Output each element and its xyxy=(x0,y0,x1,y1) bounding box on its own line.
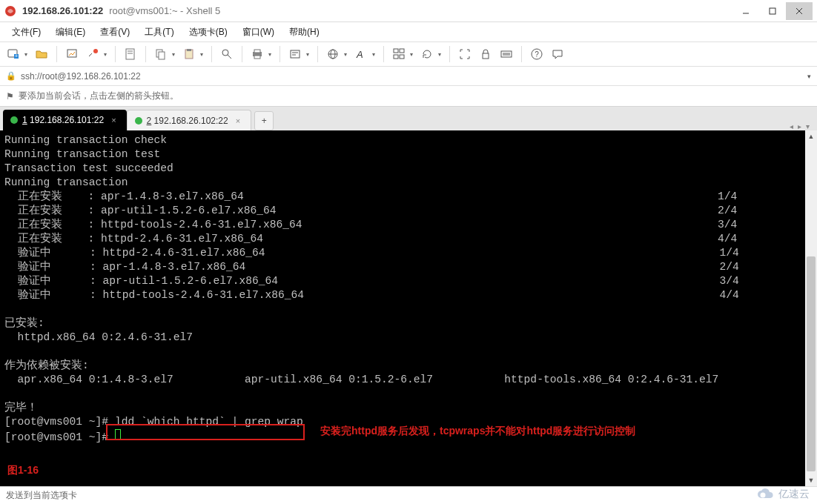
svg-text:A: A xyxy=(356,49,363,60)
font-button[interactable]: A▾ xyxy=(352,45,370,63)
globe-button[interactable]: ▾ xyxy=(324,45,342,63)
compose-bar[interactable]: 发送到当前选项卡 xyxy=(0,486,817,504)
svg-rect-33 xyxy=(483,53,489,59)
tab-session-101[interactable]: 1 192.168.26.101:22 × xyxy=(3,110,127,130)
tab-num: 2 xyxy=(147,116,152,126)
scroll-up-button[interactable]: ▲ xyxy=(805,130,817,142)
svg-rect-32 xyxy=(400,55,404,59)
refresh-button[interactable]: ▾ xyxy=(418,45,436,63)
menu-edit[interactable]: 编辑(E) xyxy=(50,24,91,40)
terminal-area[interactable]: Running transaction check Running transa… xyxy=(0,130,817,486)
properties-button[interactable] xyxy=(122,45,139,63)
hint-bar: ⚑ 要添加当前会话，点击左侧的箭头按钮。 xyxy=(0,86,817,107)
annotation-text: 安装完httpd服务后发现，tcpwraps并不能对httpd服务进行访问控制 xyxy=(320,425,635,438)
help-button[interactable]: ? xyxy=(528,45,546,63)
svg-rect-21 xyxy=(254,56,260,59)
svg-line-18 xyxy=(228,55,231,59)
scroll-down-button[interactable]: ▼ xyxy=(805,474,817,486)
watermark: 亿速云 xyxy=(756,488,810,501)
svg-rect-14 xyxy=(159,52,165,59)
figure-label: 图1-16 xyxy=(7,464,39,477)
search-button[interactable] xyxy=(218,45,236,63)
menu-help[interactable]: 帮助(H) xyxy=(283,24,325,40)
menu-tools[interactable]: 工具(T) xyxy=(139,24,179,40)
menu-window[interactable]: 窗口(W) xyxy=(236,24,280,40)
menu-tabs[interactable]: 选项卡(B) xyxy=(183,24,234,40)
window-maximize-button[interactable] xyxy=(759,2,786,20)
lock-button[interactable] xyxy=(477,45,494,63)
broadcast-button[interactable]: ▾ xyxy=(390,45,408,63)
toolbar: +▾ ▾ ▾ ▾ ▾ ▾ ▾ A▾ ▾ ▾ ? xyxy=(0,42,817,67)
address-url: ssh://root@192.168.26.101:22 xyxy=(21,71,141,82)
new-session-button[interactable]: +▾ xyxy=(4,45,22,63)
tab-prev-button[interactable]: ◂ xyxy=(790,122,793,130)
chat-button[interactable] xyxy=(549,45,566,63)
lock-icon: 🔒 xyxy=(6,71,16,81)
window-close-button[interactable] xyxy=(786,2,813,20)
window-minimize-button[interactable] xyxy=(732,2,759,20)
flag-icon: ⚑ xyxy=(6,91,14,102)
open-button[interactable] xyxy=(33,45,50,63)
connect-button[interactable] xyxy=(63,45,81,63)
menu-view[interactable]: 查看(V) xyxy=(94,24,136,40)
svg-point-9 xyxy=(93,49,98,53)
command-highlight xyxy=(106,424,305,440)
window-title-main: 192.168.26.101:22 xyxy=(22,5,103,16)
status-dot-icon xyxy=(135,117,142,125)
terminal-scrollbar[interactable]: ▲ ▼ xyxy=(805,130,817,486)
tab-close-button[interactable]: × xyxy=(111,116,116,125)
hint-text: 要添加当前会话，点击左侧的箭头按钮。 xyxy=(19,90,179,102)
svg-point-39 xyxy=(761,493,766,498)
script-button[interactable]: ▾ xyxy=(286,45,304,63)
tab-label: 192.168.26.102:22 xyxy=(154,116,228,126)
svg-rect-8 xyxy=(67,50,76,57)
tab-num: 1 xyxy=(22,115,27,125)
svg-rect-29 xyxy=(394,49,398,53)
svg-rect-30 xyxy=(400,49,404,53)
svg-point-17 xyxy=(222,50,228,56)
menu-bar: 文件(F) 编辑(E) 查看(V) 工具(T) 选项卡(B) 窗口(W) 帮助(… xyxy=(0,22,817,42)
tab-next-button[interactable]: ▸ xyxy=(798,122,801,130)
scroll-thumb[interactable] xyxy=(807,256,816,471)
status-dot-icon xyxy=(10,116,18,124)
svg-rect-16 xyxy=(187,49,191,51)
window-titlebar: 192.168.26.101:22 root@vms001:~ - Xshell… xyxy=(0,0,817,22)
svg-rect-2 xyxy=(770,8,775,14)
app-icon xyxy=(4,5,16,17)
tab-strip: 1 192.168.26.101:22 × 2 192.168.26.102:2… xyxy=(0,107,817,130)
svg-rect-10 xyxy=(126,49,134,59)
print-button[interactable]: ▾ xyxy=(248,45,266,63)
window-title-sub: root@vms001:~ - Xshell 5 xyxy=(109,5,220,16)
svg-rect-22 xyxy=(291,50,300,58)
tab-list-button[interactable]: ▾ xyxy=(806,122,810,130)
svg-rect-20 xyxy=(254,50,260,53)
copy-button[interactable]: ▾ xyxy=(152,45,170,63)
paste-button[interactable]: ▾ xyxy=(180,45,198,63)
disconnect-button[interactable]: ▾ xyxy=(84,45,102,63)
new-tab-button[interactable]: + xyxy=(254,111,274,130)
compose-hint: 发送到当前选项卡 xyxy=(6,489,77,502)
watermark-text: 亿速云 xyxy=(778,488,810,501)
svg-rect-34 xyxy=(501,51,512,57)
address-dropdown-icon[interactable]: ▾ xyxy=(807,73,811,80)
keyboard-button[interactable] xyxy=(497,45,515,63)
svg-rect-31 xyxy=(394,55,398,59)
svg-text:+: + xyxy=(15,53,18,59)
menu-file[interactable]: 文件(F) xyxy=(6,24,47,40)
tab-close-button[interactable]: × xyxy=(236,116,240,125)
tab-label: 192.168.26.101:22 xyxy=(30,115,104,125)
tab-session-102[interactable]: 2 192.168.26.102:22 × xyxy=(127,110,252,130)
svg-text:?: ? xyxy=(535,50,539,59)
fullscreen-button[interactable] xyxy=(456,45,474,63)
address-bar[interactable]: 🔒 ssh://root@192.168.26.101:22 ▾ xyxy=(0,67,817,86)
